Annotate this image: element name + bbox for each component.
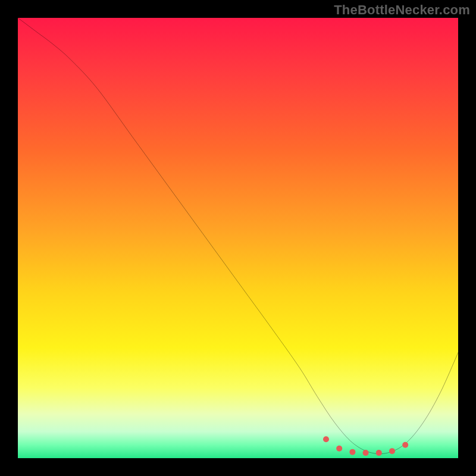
trough-marker-dot	[363, 450, 369, 456]
trough-marker-dot	[389, 448, 395, 454]
plot-area	[18, 18, 458, 458]
trough-marker-dot	[376, 450, 382, 456]
marker-layer	[18, 18, 458, 458]
chart-frame: TheBottleNecker.com	[0, 0, 476, 476]
trough-marker-dot	[349, 449, 355, 455]
trough-markers	[323, 436, 408, 456]
trough-marker-dot	[336, 446, 342, 452]
trough-marker-dot	[323, 436, 329, 442]
trough-marker-dot	[402, 442, 408, 448]
watermark-text: TheBottleNecker.com	[334, 2, 470, 18]
